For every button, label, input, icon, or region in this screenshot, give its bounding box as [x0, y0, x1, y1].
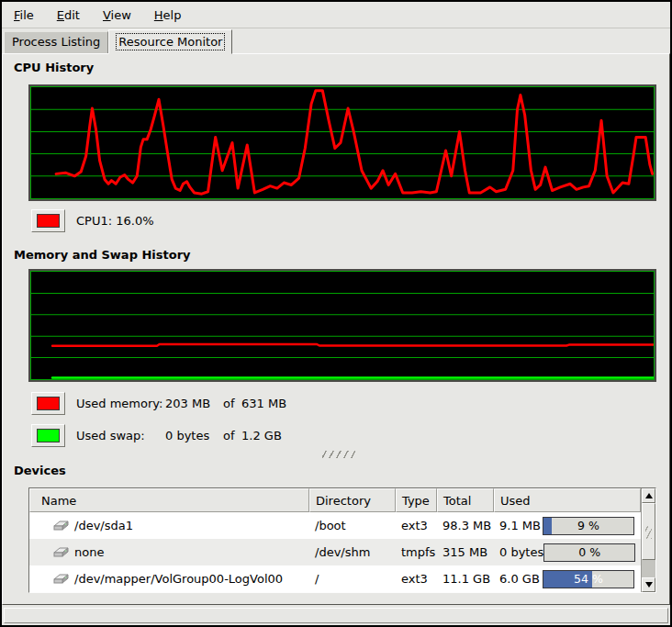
device-name-cell: /dev/mapper/VolGroup00-LogVol00	[29, 572, 309, 586]
table-row[interactable]: none /dev/shm tmpfs 315 MB 0 bytes 0 %	[29, 539, 641, 565]
memory-swap-title: Memory and Swap History	[14, 247, 669, 263]
device-used-cell: 6.0 GB 54 %	[494, 570, 641, 588]
memory-legend-label: Used memory:	[76, 397, 165, 410]
device-name-cell: none	[29, 545, 309, 559]
menu-view-mnemonic: V	[103, 8, 111, 22]
column-header-directory-label: Directory	[316, 494, 371, 508]
arrow-up-icon	[645, 493, 653, 498]
menu-file[interactable]: File	[6, 6, 42, 25]
cpu-legend-label: CPU1: 16.0%	[76, 214, 154, 228]
cpu-legend: CPU1: 16.0%	[31, 209, 669, 232]
device-name: /dev/sda1	[74, 519, 133, 532]
tab-resource-monitor-label: Resource Monitor	[117, 34, 224, 50]
device-total: 98.3 MB	[437, 519, 494, 532]
swap-used-value: 0 bytes	[165, 429, 223, 442]
usage-progress-bar: 9 %	[543, 517, 634, 535]
menu-help-mnemonic: H	[154, 8, 163, 22]
column-header-directory[interactable]: Directory	[309, 488, 396, 512]
device-directory: /dev/shm	[309, 545, 396, 559]
device-used: 0 bytes	[499, 545, 543, 559]
device-type: ext3	[396, 519, 437, 532]
memory-of-label: of	[223, 397, 241, 410]
menu-view-label: iew	[111, 8, 131, 22]
devices-title: Devices	[14, 463, 669, 478]
tab-process-listing[interactable]: Process Listing	[4, 31, 108, 53]
cpu-history-graph-frame	[28, 84, 656, 201]
scrollbar-thumb[interactable]	[642, 503, 655, 560]
memory-swap-legend: Used memory: 203 MB of 631 MB Used swap:…	[31, 392, 669, 447]
harddisk-icon	[51, 519, 70, 532]
devices-table-header: Name Directory Type Total Used	[29, 488, 641, 512]
device-name: none	[74, 545, 104, 559]
device-used: 9.1 MB	[499, 519, 543, 532]
usage-percent-label: 54 %	[543, 571, 633, 588]
tab-process-listing-label: Process Listing	[12, 35, 100, 49]
harddisk-icon	[51, 545, 70, 559]
column-header-used-label: Used	[500, 494, 531, 508]
memory-swap-graph	[30, 271, 655, 380]
menubar: File Edit View Help	[2, 2, 670, 28]
scrollbar-trough[interactable]	[642, 560, 655, 577]
devices-table: Name Directory Type Total Used /	[28, 487, 656, 593]
menu-edit[interactable]: Edit	[49, 6, 88, 25]
column-header-used[interactable]: Used	[494, 488, 641, 512]
menu-edit-label: dit	[64, 8, 80, 22]
device-type: ext3	[396, 572, 437, 586]
swap-color-swatch	[37, 429, 60, 442]
menu-help[interactable]: Help	[146, 6, 190, 25]
vertical-scrollbar	[641, 488, 655, 592]
system-monitor-window: File Edit View Help Process Listing Reso…	[0, 0, 672, 627]
tab-resource-monitor[interactable]: Resource Monitor	[108, 29, 232, 54]
column-header-name-label: Name	[41, 494, 76, 508]
scroll-down-button[interactable]	[642, 577, 655, 592]
memory-total-value: 631 MB	[241, 397, 669, 410]
pane-resize-grip[interactable]	[322, 451, 355, 458]
cpu-history-title: CPU History	[14, 60, 669, 75]
scroll-up-button[interactable]	[642, 488, 655, 503]
device-name: /dev/mapper/VolGroup00-LogVol00	[74, 572, 283, 586]
arrow-down-icon	[645, 582, 653, 588]
device-total: 315 MB	[437, 545, 494, 559]
resource-monitor-panel: CPU History CPU1: 16.0% Memory and Swap …	[2, 53, 670, 605]
usage-percent-label: 0 %	[544, 544, 634, 561]
table-row[interactable]: /dev/mapper/VolGroup00-LogVol00 / ext3 1…	[29, 565, 641, 592]
statusbar	[4, 608, 668, 623]
usage-progress-bar: 0 %	[543, 543, 635, 562]
device-used: 6.0 GB	[499, 572, 543, 586]
cpu-history-graph	[30, 86, 655, 199]
column-header-type[interactable]: Type	[396, 488, 437, 512]
device-used-cell: 0 bytes 0 %	[494, 543, 641, 562]
memory-color-swatch-button[interactable]	[31, 392, 65, 415]
device-name-cell: /dev/sda1	[29, 519, 309, 532]
usage-percent-label: 9 %	[543, 518, 633, 534]
swap-of-label: of	[223, 429, 241, 442]
devices-table-body: Name Directory Type Total Used /	[29, 488, 641, 592]
swap-total-value: 1.2 GB	[241, 429, 669, 442]
menu-view[interactable]: View	[95, 6, 140, 25]
memory-color-swatch	[37, 397, 60, 410]
device-total: 11.1 GB	[437, 572, 494, 586]
column-header-name[interactable]: Name	[29, 488, 309, 512]
device-directory: /boot	[309, 519, 396, 532]
cpu-color-swatch	[37, 214, 60, 228]
device-used-cell: 9.1 MB 9 %	[494, 517, 641, 535]
notebook-tabs: Process Listing Resource Monitor	[2, 28, 670, 53]
device-type: tmpfs	[396, 545, 437, 559]
swap-legend-label: Used swap:	[76, 429, 165, 442]
device-directory: /	[309, 572, 396, 586]
column-header-total-label: Total	[443, 494, 471, 508]
column-header-type-label: Type	[402, 494, 430, 508]
usage-progress-bar: 54 %	[543, 570, 634, 588]
column-header-total[interactable]: Total	[437, 488, 494, 512]
cpu-color-swatch-button[interactable]	[31, 209, 65, 232]
memory-used-value: 203 MB	[165, 397, 223, 410]
swap-color-swatch-button[interactable]	[31, 424, 65, 447]
harddisk-icon	[51, 572, 70, 586]
menu-help-label: elp	[163, 8, 182, 22]
memory-swap-graph-frame	[28, 269, 656, 382]
menu-edit-mnemonic: E	[57, 8, 64, 22]
menu-file-label: ile	[20, 8, 34, 22]
table-row[interactable]: /dev/sda1 /boot ext3 98.3 MB 9.1 MB 9 %	[29, 512, 641, 539]
